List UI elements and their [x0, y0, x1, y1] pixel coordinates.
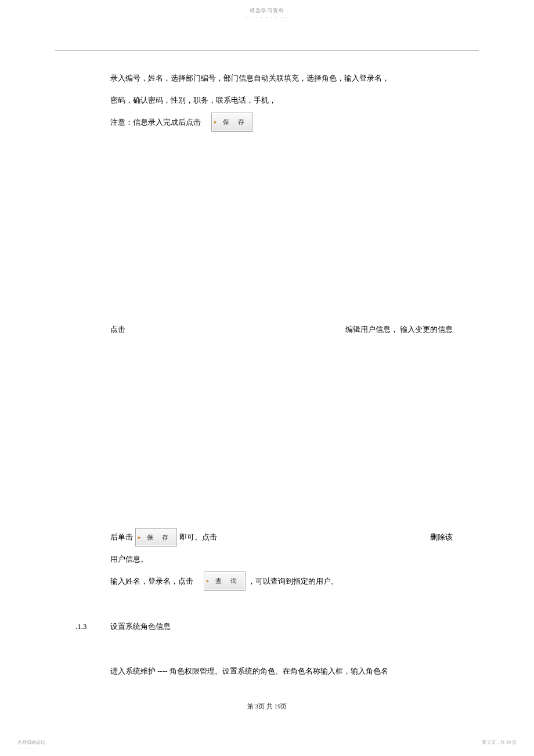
paragraph: 密码，确认密码，性别，职务，联系电话，手机， [110, 91, 453, 110]
query-button[interactable]: 查 询 [204, 571, 246, 591]
paragraph-with-button: 输入姓名，登录名，点击 查 询 ，可以查询到指定的用户。 [110, 571, 453, 591]
section-heading: .1.3 设置系统角色信息 [110, 617, 453, 636]
paragraph: 录入编号，姓名，选择部门编号，部门信息自动关联填充，选择角色，输入登录名， [110, 68, 453, 88]
header-dashes: - - - - - - - - - [246, 15, 288, 20]
footer-left: 名师归纳总结 [17, 739, 45, 746]
text: 后单击 [110, 527, 133, 547]
text: 编辑用户信息， 输入变更的信息 [345, 320, 453, 339]
text: 点击 [110, 320, 125, 339]
footer-page-center: 第 3页 共 19页 [247, 702, 287, 711]
section-number: .1.3 [75, 617, 87, 636]
text: 注意：信息录入完成后点击 [110, 113, 201, 132]
text: ，可以查询到指定的用户。 [248, 571, 338, 591]
horizontal-rule [55, 50, 479, 50]
paragraph-with-button: 注意：信息录入完成后点击 保 存 [110, 113, 453, 132]
paragraph: 用户信息。 [110, 549, 453, 569]
save-button[interactable]: 保 存 [211, 113, 253, 132]
text: 删除该 [430, 527, 453, 547]
document-content: 录入编号，姓名，选择部门编号，部门信息自动关联填充，选择角色，输入登录名， 密码… [110, 68, 453, 683]
footer-left-dashes: - - - - - - - [17, 746, 41, 750]
header-title: 精选学习资料 [250, 7, 284, 15]
text: 输入姓名，登录名，点击 [110, 571, 193, 591]
text: 即可。点击 [179, 527, 217, 547]
section-title: 设置系统角色信息 [110, 622, 171, 631]
paragraph: 进入系统维护 ---- 角色权限管理。设置系统的角色。在角色名称输入框，输入角色… [110, 661, 453, 681]
paragraph-with-button: 后单击 保 存 即可。点击 删除该 [110, 527, 453, 547]
save-button[interactable]: 保 存 [135, 528, 177, 547]
paragraph-spread: 点击 编辑用户信息， 输入变更的信息 [110, 320, 453, 339]
footer-right: 第 3 页，共 19 页 [482, 739, 517, 746]
